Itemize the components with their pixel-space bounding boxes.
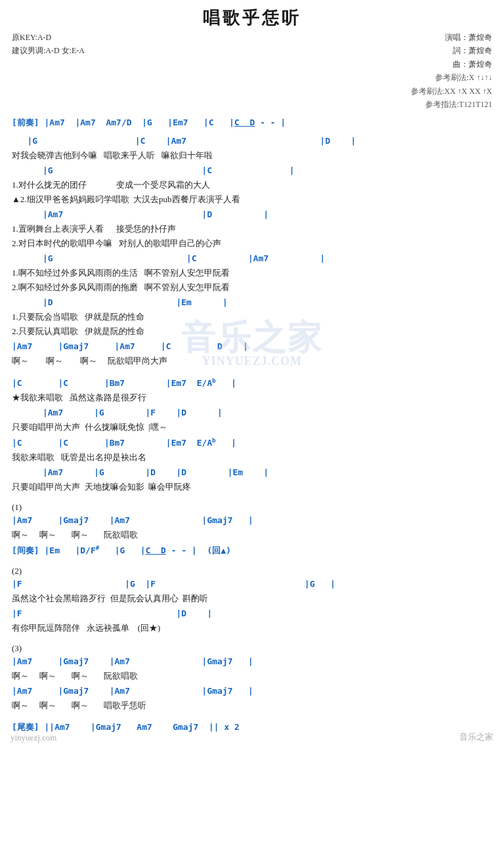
chord-am7-gmaj7-am7-gmaj7: |Am7 |Gmaj7 |Am7 |Gmaj7 | — [12, 514, 492, 528]
verse2-block: |G |C | 1.对什么拢无的团仔 变成一个受尽风霜的大人 ▲2.细汉甲爸爸妈… — [12, 164, 492, 207]
bridge-block2: |Am7 |G |F |D | 只要咱唱甲尚大声 什么拢嘛呒免惊 |嘿～ — [12, 406, 492, 435]
chord-f-d: |F |D | — [12, 607, 492, 621]
section3-label: (3) — [12, 643, 492, 654]
section2-label: (2) — [12, 566, 492, 576]
interlude-chords: [间奏] |Em |D/F# |G |C D - - | (回▲) — [12, 543, 492, 558]
chord-am7-gmaj7-am7-gmaj7-3: |Am7 |Gmaj7 |Am7 |Gmaj7 | — [12, 685, 492, 698]
chord-c-c-bm7-em7-ea: |C |C |Bm7 |Em7 E/Ab | — [12, 376, 492, 391]
chord-am7-gmaj7-am7-gmaj7-2: |Am7 |Gmaj7 |Am7 |Gmaj7 | — [12, 655, 492, 669]
interlude-section: [间奏] |Em |D/F# |G |C D - - | (回▲) — [12, 543, 492, 558]
song-title: 唱歌乎恁听 — [203, 9, 301, 28]
chord-am7-gmaj7-am7-c-d: |Am7 |Gmaj7 |Am7 |C D | — [12, 340, 492, 354]
lyricist: 詞：萧煌奇 — [387, 44, 492, 57]
bottom-logo-left: yinyuezj.com — [10, 733, 56, 743]
lyric-line6: 1.啊不知经过外多风风雨雨的生活 啊不管别人安怎甲阮看 — [12, 266, 492, 280]
bottom-logo-right: 音乐之家 — [459, 731, 494, 743]
chorus1-block: |Am7 |Gmaj7 |Am7 |C D | 啊～ 啊～ 啊～ 阮欲唱甲尚大声 — [12, 340, 492, 368]
chord-c-c-bm7-em7-ea2: |C |C |Bm7 |Em7 E/Ab | — [12, 436, 492, 450]
lyric-section1: 啊～ 啊～ 啊～ 阮欲唱歌 — [12, 528, 492, 542]
singer: 演唱：萧煌奇 — [387, 31, 492, 44]
chord-f-g-f-g: |F |G |F |G | — [12, 578, 492, 591]
section2-paren: (2) — [12, 566, 492, 576]
strumming1: 参考刷法:X ↑↓↑↓ — [387, 71, 492, 84]
lyric-bridge1: ★我欲来唱歌 虽然这条路是很歹行 — [12, 391, 492, 405]
lyric-line2: 1.对什么拢无的团仔 变成一个受尽风霜的大人 — [12, 178, 492, 192]
lyric-line1: 对我会晓弹吉他到今嘛 唱歌来乎人听 嘛欲归十年啦 — [12, 148, 492, 163]
section3-block2: |Am7 |Gmaj7 |Am7 |Gmaj7 | 啊～ 啊～ 啊～ 唱歌乎恁听 — [12, 685, 492, 713]
lyric-line5: 2.对日本时代的歌唱甲今嘛 对别人的歌唱甲自己的心声 — [12, 236, 492, 251]
strumming2: 参考刷法:XX ↑X XX ↑X — [387, 85, 492, 98]
lyric-line4: 1.置咧舞台上表演乎人看 接受恁的扑仔声 — [12, 222, 492, 236]
chord-am7-g-d-d-em: |Am7 |G |D |D |Em | — [12, 466, 492, 480]
lyric-line7: 2.啊不知经过外多风风雨雨的拖磨 啊不管别人安怎甲阮看 — [12, 280, 492, 295]
section2-block1: |F |G |F |G | 虽然这个社会黑暗路歹行 但是阮会认真用心 斟酌听 — [12, 578, 492, 606]
fingering: 参考指法:T121T121 — [387, 98, 492, 111]
section1-block: |Am7 |Gmaj7 |Am7 |Gmaj7 | 啊～ 啊～ 啊～ 阮欲唱歌 — [12, 514, 492, 542]
bridge-block1: |C |C |Bm7 |Em7 E/Ab | ★我欲来唱歌 虽然这条路是很歹行 — [12, 376, 492, 405]
composer: 曲：萧煌奇 — [387, 58, 492, 71]
bridge-block3: |C |C |Bm7 |Em7 E/Ab | 我欲来唱歌 呒管是出名抑是袂出名 — [12, 436, 492, 465]
verse4-block: |G |C |Am7 | 1.啊不知经过外多风风雨雨的生活 啊不管别人安怎甲阮看… — [12, 252, 492, 295]
chord-g-c-am7-d: |G |C |Am7 |D | — [12, 135, 492, 148]
section3-block1: |Am7 |Gmaj7 |Am7 |Gmaj7 | 啊～ 啊～ 啊～ 阮欲唱歌 — [12, 655, 492, 683]
chord-am7-g-f-d: |Am7 |G |F |D | — [12, 406, 492, 420]
outro-chords: [尾奏] ||Am7 |Gmaj7 Am7 Gmaj7 || x 2 — [12, 721, 492, 735]
lyric-bridge2: 只要咱唱甲尚大声 什么拢嘛呒免惊 |嘿～ — [12, 420, 492, 435]
lyric-line9: 2.只要阮认真唱歌 伊就是阮的性命 — [12, 324, 492, 339]
key-original: 原KEY:A-D — [12, 31, 85, 44]
lyric-section3-1: 啊～ 啊～ 啊～ 阮欲唱歌 — [12, 669, 492, 683]
lyric-section2-1: 虽然这个社会黑暗路歹行 但是阮会认真用心 斟酌听 — [12, 591, 492, 606]
prelude-chords: [前奏] |Am7 |Am7 Am7/D |G |Em7 |C |C D - -… — [12, 116, 492, 130]
key-suggestion: 建议男调:A-D 女:E-A — [12, 44, 85, 57]
verse5-block: |D |Em | 1.只要阮会当唱歌 伊就是阮的性命 2.只要阮认真唱歌 伊就是… — [12, 296, 492, 339]
chord-am7-d2: |Am7 |D | — [12, 208, 492, 222]
chord-d-em: |D |Em | — [12, 296, 492, 310]
section3-paren: (3) — [12, 643, 492, 654]
section2-block2: |F |D | 有你甲阮逗阵陪伴 永远袂孤单 (回★) — [12, 607, 492, 635]
verse3-block: |Am7 |D | 1.置咧舞台上表演乎人看 接受恁的扑仔声 2.对日本时代的歌… — [12, 208, 492, 251]
verse1-block: |G |C |Am7 |D | 对我会晓弹吉他到今嘛 唱歌来乎人听 嘛欲归十年啦 — [12, 135, 492, 163]
lyric-bridge4: 只要咱唱甲尚大声 天地拢嘛会知影 嘛会甲阮疼 — [12, 480, 492, 494]
section1-label: (1) — [12, 502, 492, 513]
lyric-line8: 1.只要阮会当唱歌 伊就是阮的性命 — [12, 310, 492, 324]
lyric-line3: ▲2.细汉甲爸爸妈妈殿叼学唱歌 大汉去pub西餐厅表演乎人看 — [12, 192, 492, 207]
prelude-section: [前奏] |Am7 |Am7 Am7/D |G |Em7 |C |C D - -… — [12, 116, 492, 130]
section1-paren: (1) — [12, 502, 492, 513]
bridge-block4: |Am7 |G |D |D |Em | 只要咱唱甲尚大声 天地拢嘛会知影 嘛会甲… — [12, 466, 492, 494]
lyric-bridge3: 我欲来唱歌 呒管是出名抑是袂出名 — [12, 450, 492, 465]
lyric-section2-2: 有你甲阮逗阵陪伴 永远袂孤单 (回★) — [12, 621, 492, 635]
lyric-chorus1: 啊～ 啊～ 啊～ 阮欲唱甲尚大声 — [12, 354, 492, 368]
outro-section: [尾奏] ||Am7 |Gmaj7 Am7 Gmaj7 || x 2 — [12, 721, 492, 735]
lyric-section3-2: 啊～ 啊～ 啊～ 唱歌乎恁听 — [12, 698, 492, 713]
chord-g-c-am7: |G |C |Am7 | — [12, 252, 492, 266]
chord-g-c2: |G |C | — [12, 164, 492, 178]
